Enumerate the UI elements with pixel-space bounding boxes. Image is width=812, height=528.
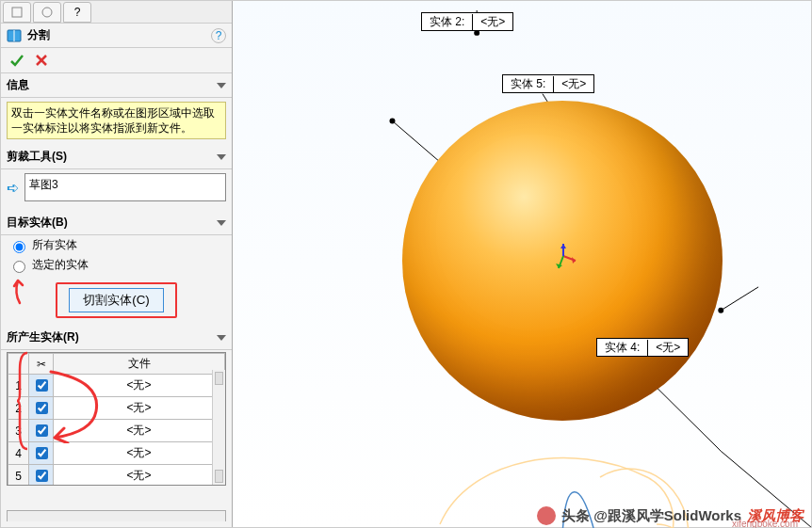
- radio-selected-label: 选定的实体: [32, 257, 89, 273]
- row-file[interactable]: <无>: [54, 397, 225, 420]
- table-row[interactable]: 3<无>: [8, 420, 225, 442]
- scissor-header[interactable]: ✂: [29, 354, 54, 375]
- graphics-viewport[interactable]: 实体 2: <无> 实体 5: <无> 实体 4: <无> 头条 @跟溪风学So…: [233, 1, 811, 527]
- row-checkbox[interactable]: [36, 470, 48, 482]
- chevron-down-icon: [217, 83, 226, 88]
- callout-value[interactable]: <无>: [554, 76, 593, 92]
- watermark-author: 头条 @跟溪风学SolidWorks: [561, 507, 741, 525]
- property-panel: ? 分割 ? 信息 双击一实体文件名称或在图形区域中选取一实体标注以将实体指派到…: [1, 1, 233, 527]
- panel-bottom-bar: [7, 510, 226, 521]
- chevron-down-icon: [217, 220, 226, 226]
- row-file[interactable]: <无>: [54, 375, 225, 397]
- radio-all-bodies[interactable]: 所有实体: [8, 237, 224, 253]
- target-section-header[interactable]: 目标实体(B): [1, 211, 232, 235]
- split-icon: [7, 28, 22, 43]
- row-num: 5: [8, 465, 29, 486]
- row-file[interactable]: <无>: [54, 420, 225, 442]
- svg-point-1: [42, 8, 52, 17]
- result-table-wrap: ✂ 文件 1<无> 2<无> 3<无> 4<无> 5<无>: [7, 352, 226, 486]
- callout-value[interactable]: <无>: [473, 14, 512, 30]
- callout-label: 实体 4:: [597, 340, 648, 356]
- callout-body-4[interactable]: 实体 4: <无>: [596, 338, 689, 357]
- ok-icon[interactable]: [8, 52, 25, 69]
- selection-arrow-icon[interactable]: ➪: [7, 179, 19, 197]
- callout-label: 实体 2:: [422, 14, 473, 30]
- chevron-down-icon: [217, 154, 226, 160]
- target-heading: 目标实体(B): [7, 215, 68, 231]
- callout-body-2[interactable]: 实体 2: <无>: [421, 12, 513, 31]
- info-section-header[interactable]: 信息: [1, 73, 232, 98]
- row-file[interactable]: <无>: [54, 465, 225, 486]
- radio-all-input[interactable]: [13, 241, 25, 253]
- panel-tab[interactable]: [3, 2, 31, 23]
- radio-all-label: 所有实体: [32, 237, 77, 253]
- svg-marker-16: [556, 264, 562, 268]
- table-scrollbar[interactable]: [212, 370, 225, 485]
- cut-button-area: 切割实体(C): [1, 282, 232, 318]
- svg-rect-0: [12, 8, 22, 17]
- radio-selected-input[interactable]: [13, 261, 25, 273]
- svg-marker-18: [560, 244, 566, 248]
- origin-triad-icon[interactable]: [549, 242, 577, 270]
- file-header[interactable]: 文件: [54, 354, 225, 375]
- svg-marker-14: [572, 257, 576, 264]
- cancel-icon[interactable]: [35, 54, 48, 67]
- row-num: 3: [8, 420, 29, 442]
- watermark-url: xifengboke.com: [732, 519, 798, 528]
- avatar-icon: [537, 506, 556, 525]
- trim-selection-row: ➪ 草图3: [7, 173, 226, 201]
- callout-label: 实体 5:: [503, 76, 554, 92]
- table-header-row: ✂ 文件: [8, 354, 225, 375]
- feature-title: 分割: [27, 27, 50, 43]
- result-section-header[interactable]: 所产生实体(R): [1, 326, 232, 350]
- table-corner: [8, 354, 29, 375]
- table-row[interactable]: 2<无>: [8, 397, 225, 420]
- sphere-model[interactable]: [402, 101, 723, 421]
- table-row[interactable]: 1<无>: [8, 375, 225, 397]
- result-table: ✂ 文件 1<无> 2<无> 3<无> 4<无> 5<无>: [8, 353, 225, 485]
- annotation-highlight-box: 切割实体(C): [56, 282, 177, 318]
- trim-heading: 剪裁工具(S): [7, 149, 67, 165]
- callout-value[interactable]: <无>: [648, 340, 688, 356]
- row-checkbox[interactable]: [36, 402, 48, 414]
- tab-icon: [41, 6, 54, 19]
- chevron-down-icon: [217, 335, 226, 341]
- info-text: 双击一实体文件名称或在图形区域中选取一实体标注以将实体指派到新文件。: [7, 102, 226, 139]
- annotation-arrow: [12, 277, 27, 305]
- row-checkbox[interactable]: [36, 379, 48, 392]
- table-row[interactable]: 5<无>: [8, 465, 225, 486]
- row-num: 2: [8, 397, 29, 420]
- row-num: 1: [8, 375, 29, 397]
- row-num: 4: [8, 442, 29, 465]
- trim-section-header[interactable]: 剪裁工具(S): [1, 145, 232, 169]
- panel-tab[interactable]: ?: [63, 2, 91, 23]
- svg-point-9: [390, 119, 396, 124]
- row-file[interactable]: <无>: [54, 442, 225, 465]
- confirm-row: [1, 48, 232, 73]
- callout-body-5[interactable]: 实体 5: <无>: [502, 74, 594, 93]
- row-checkbox[interactable]: [36, 424, 48, 437]
- row-checkbox[interactable]: [36, 447, 48, 459]
- cut-bodies-button[interactable]: 切割实体(C): [69, 288, 164, 312]
- tab-icon: [10, 6, 24, 19]
- info-heading: 信息: [7, 77, 29, 93]
- help-icon: ?: [74, 6, 81, 19]
- result-heading: 所产生实体(R): [7, 329, 79, 345]
- help-icon[interactable]: ?: [211, 28, 226, 43]
- panel-tab[interactable]: [33, 2, 61, 23]
- radio-selected-bodies[interactable]: 选定的实体: [8, 257, 224, 273]
- feature-title-bar: 分割 ?: [1, 24, 232, 48]
- panel-tab-strip: ?: [1, 1, 232, 24]
- trim-selection-input[interactable]: 草图3: [24, 173, 226, 201]
- table-row[interactable]: 4<无>: [8, 442, 225, 465]
